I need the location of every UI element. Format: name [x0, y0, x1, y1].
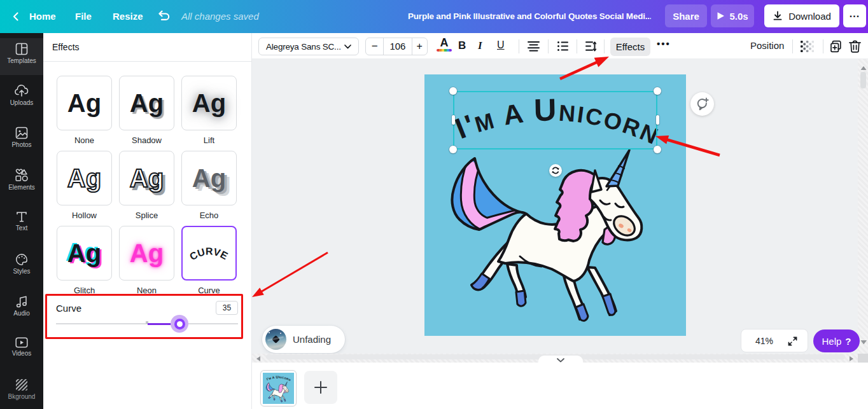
- svg-text:CURVE: CURVE: [187, 246, 229, 262]
- svg-text:I'M A UNICORN: I'M A UNICORN: [266, 375, 291, 382]
